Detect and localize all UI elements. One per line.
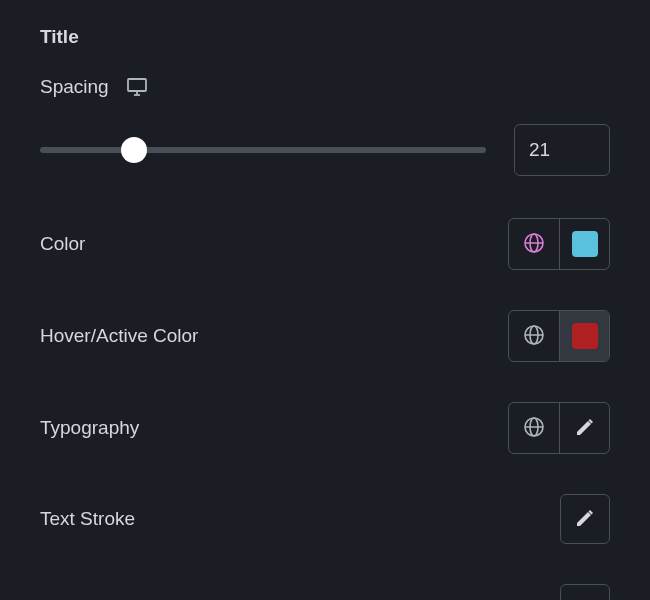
typography-global-button[interactable] xyxy=(509,403,559,453)
color-row: Color xyxy=(40,218,610,270)
color-button-group xyxy=(508,218,610,270)
typography-button-group xyxy=(508,402,610,454)
text-shadow-edit-button[interactable] xyxy=(560,584,610,600)
hover-color-global-button[interactable] xyxy=(509,311,559,361)
spacing-slider-row xyxy=(40,124,610,176)
typography-row: Typography xyxy=(40,402,610,454)
pencil-icon xyxy=(575,508,595,531)
color-swatch xyxy=(572,231,598,257)
spacing-input[interactable] xyxy=(514,124,610,176)
color-global-button[interactable] xyxy=(509,219,559,269)
section-title: Title xyxy=(40,26,610,48)
typography-edit-button[interactable] xyxy=(559,403,609,453)
spacing-row: Spacing xyxy=(40,76,610,98)
hover-color-button-group xyxy=(508,310,610,362)
text-stroke-row: Text Stroke xyxy=(40,494,610,544)
typography-label: Typography xyxy=(40,417,139,439)
text-shadow-row: Text Shadow xyxy=(40,584,610,600)
pencil-icon xyxy=(575,417,595,440)
hover-color-swatch-button[interactable] xyxy=(559,311,609,361)
svg-rect-0 xyxy=(128,79,146,91)
spacing-label: Spacing xyxy=(40,76,109,98)
text-stroke-edit-button[interactable] xyxy=(560,494,610,544)
globe-icon xyxy=(523,324,545,349)
spacing-slider-thumb[interactable] xyxy=(121,137,147,163)
hover-color-label: Hover/Active Color xyxy=(40,325,198,347)
globe-icon xyxy=(523,416,545,441)
color-label: Color xyxy=(40,233,85,255)
spacing-label-group: Spacing xyxy=(40,76,147,98)
hover-color-row: Hover/Active Color xyxy=(40,310,610,362)
desktop-icon[interactable] xyxy=(127,78,147,96)
text-stroke-label: Text Stroke xyxy=(40,508,135,530)
globe-icon xyxy=(523,232,545,257)
hover-color-swatch xyxy=(572,323,598,349)
spacing-slider[interactable] xyxy=(40,147,486,153)
color-swatch-button[interactable] xyxy=(559,219,609,269)
